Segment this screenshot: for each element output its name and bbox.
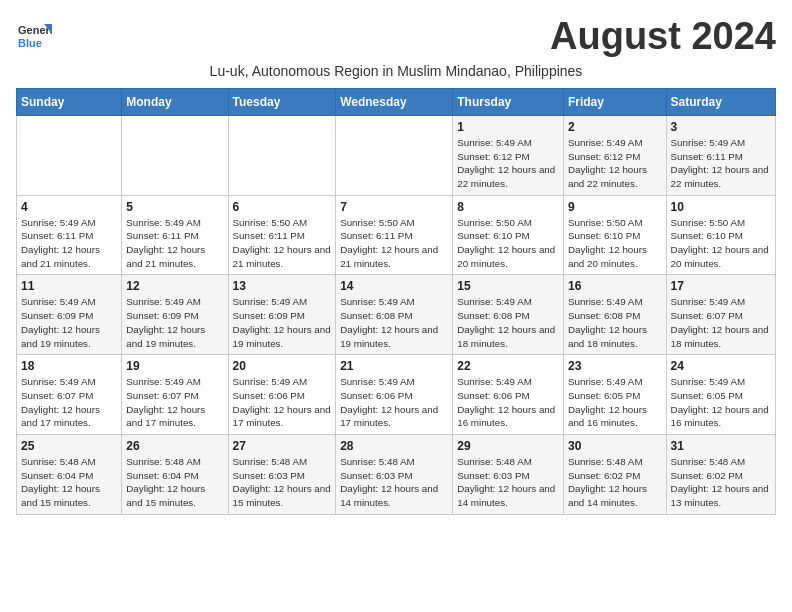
day-info: Sunrise: 5:49 AM Sunset: 6:09 PM Dayligh…	[126, 295, 223, 350]
day-number: 24	[671, 359, 771, 373]
day-number: 13	[233, 279, 332, 293]
day-number: 21	[340, 359, 448, 373]
header-friday: Friday	[563, 88, 666, 115]
day-number: 15	[457, 279, 559, 293]
calendar-cell: 3Sunrise: 5:49 AM Sunset: 6:11 PM Daylig…	[666, 115, 775, 195]
day-info: Sunrise: 5:50 AM Sunset: 6:11 PM Dayligh…	[233, 216, 332, 271]
day-info: Sunrise: 5:49 AM Sunset: 6:12 PM Dayligh…	[568, 136, 662, 191]
day-number: 25	[21, 439, 117, 453]
calendar-cell: 20Sunrise: 5:49 AM Sunset: 6:06 PM Dayli…	[228, 355, 336, 435]
day-info: Sunrise: 5:49 AM Sunset: 6:06 PM Dayligh…	[340, 375, 448, 430]
calendar-cell: 15Sunrise: 5:49 AM Sunset: 6:08 PM Dayli…	[453, 275, 564, 355]
calendar-cell: 17Sunrise: 5:49 AM Sunset: 6:07 PM Dayli…	[666, 275, 775, 355]
page-header: General Blue August 2024	[16, 16, 776, 58]
calendar-cell: 14Sunrise: 5:49 AM Sunset: 6:08 PM Dayli…	[336, 275, 453, 355]
day-number: 8	[457, 200, 559, 214]
calendar-week-2: 11Sunrise: 5:49 AM Sunset: 6:09 PM Dayli…	[17, 275, 776, 355]
day-number: 19	[126, 359, 223, 373]
day-number: 12	[126, 279, 223, 293]
day-info: Sunrise: 5:49 AM Sunset: 6:05 PM Dayligh…	[671, 375, 771, 430]
day-info: Sunrise: 5:49 AM Sunset: 6:11 PM Dayligh…	[21, 216, 117, 271]
day-info: Sunrise: 5:49 AM Sunset: 6:07 PM Dayligh…	[21, 375, 117, 430]
day-number: 14	[340, 279, 448, 293]
day-info: Sunrise: 5:48 AM Sunset: 6:04 PM Dayligh…	[126, 455, 223, 510]
calendar-cell: 4Sunrise: 5:49 AM Sunset: 6:11 PM Daylig…	[17, 195, 122, 275]
calendar-cell: 24Sunrise: 5:49 AM Sunset: 6:05 PM Dayli…	[666, 355, 775, 435]
day-info: Sunrise: 5:49 AM Sunset: 6:09 PM Dayligh…	[233, 295, 332, 350]
day-info: Sunrise: 5:49 AM Sunset: 6:08 PM Dayligh…	[340, 295, 448, 350]
day-number: 2	[568, 120, 662, 134]
calendar-cell: 16Sunrise: 5:49 AM Sunset: 6:08 PM Dayli…	[563, 275, 666, 355]
header-saturday: Saturday	[666, 88, 775, 115]
day-info: Sunrise: 5:48 AM Sunset: 6:02 PM Dayligh…	[671, 455, 771, 510]
day-info: Sunrise: 5:49 AM Sunset: 6:11 PM Dayligh…	[126, 216, 223, 271]
calendar-cell: 7Sunrise: 5:50 AM Sunset: 6:11 PM Daylig…	[336, 195, 453, 275]
day-info: Sunrise: 5:49 AM Sunset: 6:08 PM Dayligh…	[568, 295, 662, 350]
logo-icon: General Blue	[16, 20, 52, 56]
day-info: Sunrise: 5:50 AM Sunset: 6:11 PM Dayligh…	[340, 216, 448, 271]
header-wednesday: Wednesday	[336, 88, 453, 115]
day-info: Sunrise: 5:48 AM Sunset: 6:02 PM Dayligh…	[568, 455, 662, 510]
calendar-cell: 11Sunrise: 5:49 AM Sunset: 6:09 PM Dayli…	[17, 275, 122, 355]
calendar-cell: 28Sunrise: 5:48 AM Sunset: 6:03 PM Dayli…	[336, 435, 453, 515]
logo: General Blue	[16, 20, 56, 56]
day-number: 22	[457, 359, 559, 373]
day-number: 9	[568, 200, 662, 214]
day-number: 23	[568, 359, 662, 373]
day-number: 16	[568, 279, 662, 293]
day-info: Sunrise: 5:49 AM Sunset: 6:05 PM Dayligh…	[568, 375, 662, 430]
calendar-cell: 18Sunrise: 5:49 AM Sunset: 6:07 PM Dayli…	[17, 355, 122, 435]
calendar-cell: 19Sunrise: 5:49 AM Sunset: 6:07 PM Dayli…	[122, 355, 228, 435]
calendar-header: Sunday Monday Tuesday Wednesday Thursday…	[17, 88, 776, 115]
day-number: 30	[568, 439, 662, 453]
calendar-week-0: 1Sunrise: 5:49 AM Sunset: 6:12 PM Daylig…	[17, 115, 776, 195]
day-number: 7	[340, 200, 448, 214]
calendar-cell	[228, 115, 336, 195]
calendar-cell: 2Sunrise: 5:49 AM Sunset: 6:12 PM Daylig…	[563, 115, 666, 195]
calendar-cell: 26Sunrise: 5:48 AM Sunset: 6:04 PM Dayli…	[122, 435, 228, 515]
calendar-cell	[17, 115, 122, 195]
day-info: Sunrise: 5:50 AM Sunset: 6:10 PM Dayligh…	[671, 216, 771, 271]
day-info: Sunrise: 5:50 AM Sunset: 6:10 PM Dayligh…	[457, 216, 559, 271]
day-number: 26	[126, 439, 223, 453]
day-number: 1	[457, 120, 559, 134]
calendar-cell: 27Sunrise: 5:48 AM Sunset: 6:03 PM Dayli…	[228, 435, 336, 515]
calendar-cell: 30Sunrise: 5:48 AM Sunset: 6:02 PM Dayli…	[563, 435, 666, 515]
day-info: Sunrise: 5:49 AM Sunset: 6:07 PM Dayligh…	[126, 375, 223, 430]
calendar-cell	[122, 115, 228, 195]
calendar-cell: 22Sunrise: 5:49 AM Sunset: 6:06 PM Dayli…	[453, 355, 564, 435]
day-info: Sunrise: 5:49 AM Sunset: 6:07 PM Dayligh…	[671, 295, 771, 350]
day-number: 20	[233, 359, 332, 373]
calendar-cell: 1Sunrise: 5:49 AM Sunset: 6:12 PM Daylig…	[453, 115, 564, 195]
calendar-week-4: 25Sunrise: 5:48 AM Sunset: 6:04 PM Dayli…	[17, 435, 776, 515]
day-info: Sunrise: 5:48 AM Sunset: 6:04 PM Dayligh…	[21, 455, 117, 510]
title-section: August 2024	[550, 16, 776, 58]
calendar-cell: 5Sunrise: 5:49 AM Sunset: 6:11 PM Daylig…	[122, 195, 228, 275]
day-info: Sunrise: 5:48 AM Sunset: 6:03 PM Dayligh…	[233, 455, 332, 510]
calendar-cell: 21Sunrise: 5:49 AM Sunset: 6:06 PM Dayli…	[336, 355, 453, 435]
calendar-body: 1Sunrise: 5:49 AM Sunset: 6:12 PM Daylig…	[17, 115, 776, 514]
calendar-cell: 6Sunrise: 5:50 AM Sunset: 6:11 PM Daylig…	[228, 195, 336, 275]
header-thursday: Thursday	[453, 88, 564, 115]
calendar-cell	[336, 115, 453, 195]
svg-text:Blue: Blue	[18, 37, 42, 49]
day-number: 31	[671, 439, 771, 453]
day-number: 29	[457, 439, 559, 453]
day-info: Sunrise: 5:49 AM Sunset: 6:09 PM Dayligh…	[21, 295, 117, 350]
day-info: Sunrise: 5:50 AM Sunset: 6:10 PM Dayligh…	[568, 216, 662, 271]
calendar-table: Sunday Monday Tuesday Wednesday Thursday…	[16, 88, 776, 515]
day-info: Sunrise: 5:48 AM Sunset: 6:03 PM Dayligh…	[340, 455, 448, 510]
subtitle: Lu-uk, Autonomous Region in Muslim Minda…	[210, 63, 583, 79]
calendar-cell: 12Sunrise: 5:49 AM Sunset: 6:09 PM Dayli…	[122, 275, 228, 355]
day-info: Sunrise: 5:49 AM Sunset: 6:06 PM Dayligh…	[457, 375, 559, 430]
day-number: 6	[233, 200, 332, 214]
calendar-week-3: 18Sunrise: 5:49 AM Sunset: 6:07 PM Dayli…	[17, 355, 776, 435]
day-number: 4	[21, 200, 117, 214]
day-number: 3	[671, 120, 771, 134]
day-info: Sunrise: 5:49 AM Sunset: 6:11 PM Dayligh…	[671, 136, 771, 191]
calendar-cell: 23Sunrise: 5:49 AM Sunset: 6:05 PM Dayli…	[563, 355, 666, 435]
calendar-cell: 10Sunrise: 5:50 AM Sunset: 6:10 PM Dayli…	[666, 195, 775, 275]
calendar-cell: 31Sunrise: 5:48 AM Sunset: 6:02 PM Dayli…	[666, 435, 775, 515]
header-sunday: Sunday	[17, 88, 122, 115]
day-number: 28	[340, 439, 448, 453]
